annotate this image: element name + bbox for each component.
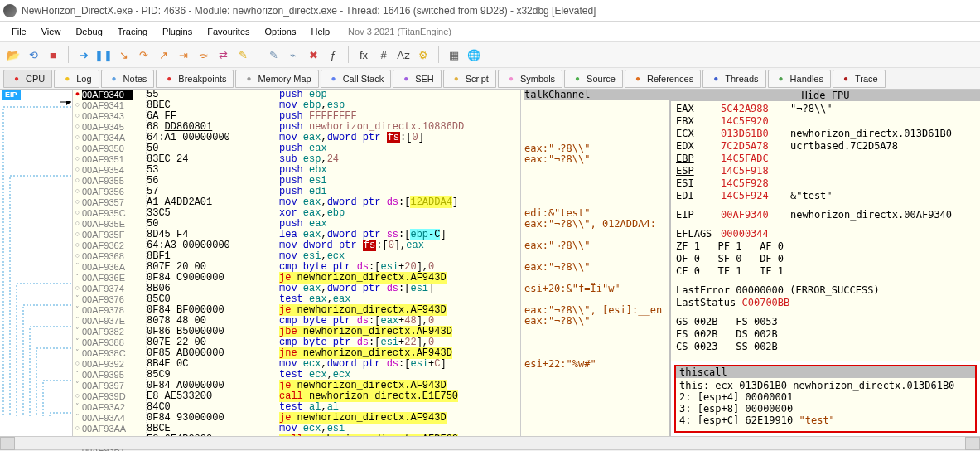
breakpoint-marker[interactable]: ● [73, 90, 82, 100]
menu-plugins[interactable]: Plugins [156, 25, 199, 38]
breakpoint-marker[interactable]: ˅ [73, 337, 82, 348]
disassembly-view[interactable]: 55push ebp8BECmov ebp,esp6A FFpush FFFFF… [147, 90, 520, 436]
comments-column[interactable]: talkChanneleax:"¬?8\\"eax:"¬?8\\"edi:&"t… [520, 90, 669, 436]
tab-trace[interactable]: ●Trace [833, 70, 886, 88]
skip-icon[interactable]: ⤼ [195, 46, 211, 63]
run-to-icon[interactable]: ⇥ [175, 46, 191, 63]
step-into-icon[interactable]: ↘ [115, 46, 132, 63]
folder-open-icon[interactable]: 📂 [5, 46, 22, 63]
refresh-icon[interactable]: ⟲ [25, 46, 41, 63]
registers-panel[interactable]: Hide FPU EAX5C42A988"¬?8\\"EBX14C5F920EC… [671, 90, 980, 361]
breakpoint-marker[interactable]: ˅ [73, 381, 82, 391]
step-over-icon[interactable]: ↷ [135, 46, 152, 63]
tab-symbols[interactable]: ●Symbols [498, 70, 562, 88]
tab-references[interactable]: ●References [625, 70, 701, 88]
breakpoint-marker[interactable]: ○ [73, 230, 82, 240]
breakpoint-marker[interactable]: ○ [73, 111, 82, 122]
arg-line: 3: [esp+8] 00000000 [679, 403, 972, 415]
tab-label: Breakpoints [178, 74, 226, 84]
address-column[interactable]: ●00AF9340○00AF9341○00AF9343○00AF9345○00A… [73, 90, 147, 436]
pause-icon[interactable]: ❚❚ [95, 46, 112, 63]
tab-label: References [647, 74, 693, 84]
function-icon[interactable]: ƒ [325, 46, 341, 63]
tab-label: Source [587, 74, 616, 84]
breakpoint-marker[interactable]: ○ [73, 197, 82, 208]
arguments-panel[interactable]: thiscall this: ecx 013D61B0 newhorizon_d… [674, 365, 977, 433]
breakpoint-marker[interactable]: ○ [73, 240, 82, 251]
calc-icon[interactable]: ▦ [446, 46, 462, 63]
horizontal-scrollbar[interactable] [0, 436, 980, 449]
menu-favourites[interactable]: Favourites [200, 25, 256, 38]
comment-icon[interactable]: ✎ [265, 46, 282, 63]
address: 00AF9341 [82, 100, 133, 111]
breakpoint-marker[interactable]: ○ [73, 154, 82, 165]
address: 00AF9343 [82, 111, 133, 122]
breakpoint-marker[interactable]: ˅ [73, 413, 82, 424]
hint-text: eax:"¬?8\\" [524, 153, 590, 165]
breakpoint-marker[interactable]: ○ [73, 251, 82, 262]
tab-log[interactable]: ●Log [54, 70, 99, 88]
breakpoint-marker[interactable]: ○ [73, 176, 82, 187]
arrow-right-icon[interactable]: ➜ [75, 46, 92, 63]
address: 00AF937E [82, 316, 133, 327]
breakpoint-marker[interactable]: ○ [73, 284, 82, 294]
tab-seh[interactable]: ●SEH [393, 70, 442, 88]
hint-text: eax:"¬?8\\" [524, 240, 590, 251]
stop-icon[interactable]: ■ [45, 46, 61, 63]
breakpoint-marker[interactable]: ˅ [73, 327, 82, 337]
fx-icon[interactable]: fx [355, 46, 372, 63]
step-out-icon[interactable]: ↗ [155, 46, 171, 63]
tab-threads[interactable]: ●Threads [702, 70, 765, 88]
breakpoint-marker[interactable]: ○ [73, 424, 82, 434]
breakpoint-marker[interactable]: ○ [73, 165, 82, 176]
breakpoint-marker[interactable]: ○ [73, 208, 82, 219]
address: 00AF935E [82, 219, 133, 230]
menu-file[interactable]: File [5, 25, 33, 38]
hint-text: edi:&"test" [524, 207, 590, 219]
eflags-label: EFLAGS [676, 228, 711, 240]
az-icon[interactable]: Aᴢ [395, 46, 412, 63]
thread-switch-icon[interactable]: ⇄ [215, 46, 231, 63]
breakpoint-marker[interactable]: ˅ [73, 262, 82, 273]
reg-name-esi: ESI [676, 177, 711, 190]
breakpoint-marker[interactable]: ○ [73, 122, 82, 133]
hash-icon[interactable]: # [375, 46, 392, 63]
tab-source[interactable]: ●Source [564, 70, 623, 88]
breakpoint-marker[interactable]: ○ [73, 359, 82, 370]
breakpoint-marker[interactable]: ○ [73, 219, 82, 230]
breakpoint-marker[interactable]: ˅ [73, 294, 82, 305]
breakpoint-marker[interactable]: ○ [73, 100, 82, 111]
breakpoint-marker[interactable]: ˅ [73, 305, 82, 316]
tab-cpu[interactable]: ●CPU [3, 70, 52, 88]
menu-tracing[interactable]: Tracing [111, 25, 154, 38]
tab-memory-map[interactable]: ●Memory Map [235, 70, 318, 88]
breakpoint-marker[interactable]: ○ [73, 133, 82, 143]
breakpoint-marker[interactable]: ○ [73, 187, 82, 197]
tab-breakpoints[interactable]: ●Breakpoints [156, 70, 234, 88]
breakpoint-marker[interactable]: ˅ [73, 273, 82, 284]
breakpoint-marker[interactable]: ˅ [73, 316, 82, 327]
menu-help[interactable]: Help [304, 25, 336, 38]
tab-script[interactable]: ●Script [443, 70, 496, 88]
tab-notes[interactable]: ●Notes [101, 70, 155, 88]
bookmark-icon[interactable]: ✖ [305, 46, 321, 63]
registers-header[interactable]: Hide FPU [671, 90, 980, 101]
settings-icon[interactable]: ⚙ [415, 46, 432, 63]
breakpoint-marker[interactable]: ○ [73, 391, 82, 402]
flag-row: CF 0 TF 1 IF 1 [676, 265, 975, 278]
breakpoint-marker[interactable]: ○ [73, 143, 82, 154]
tab-handles[interactable]: ●Handles [768, 70, 831, 88]
breakpoint-marker[interactable]: ˅ [73, 370, 82, 381]
tab-label: Trace [855, 74, 878, 84]
menu-view[interactable]: View [35, 25, 68, 38]
label-icon[interactable]: ⌁ [285, 46, 302, 63]
menu-debug[interactable]: Debug [69, 25, 109, 38]
tab-call-stack[interactable]: ●Call Stack [321, 70, 392, 88]
symbols-icon: ● [505, 73, 517, 85]
breakpoint-marker[interactable]: ˅ [73, 402, 82, 413]
globe-icon[interactable]: 🌐 [466, 46, 482, 63]
menu-options[interactable]: Options [258, 25, 303, 38]
tab-strip: ●CPU●Log●Notes●Breakpoints●Memory Map●Ca… [0, 68, 980, 90]
patch-icon[interactable]: ✎ [234, 46, 251, 63]
breakpoint-marker[interactable]: ˅ [73, 348, 82, 359]
